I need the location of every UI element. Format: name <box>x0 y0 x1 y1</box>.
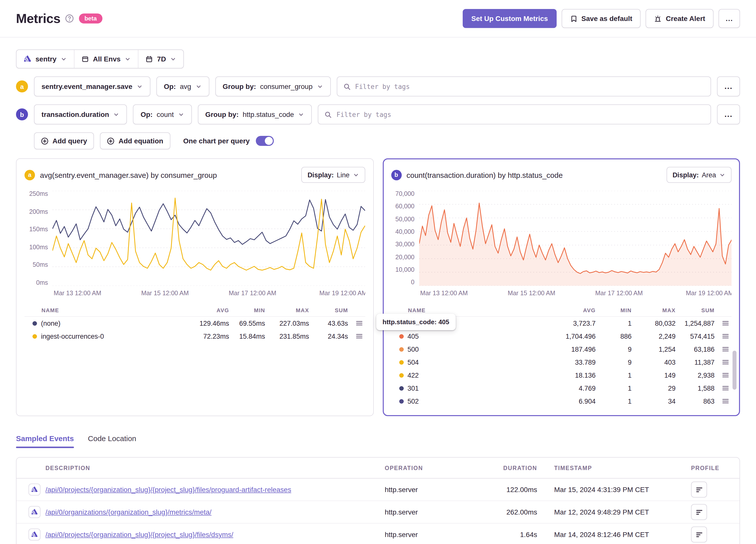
row-actions-icon[interactable] <box>722 345 730 353</box>
col-avg: AVG <box>182 307 229 313</box>
chevron-down-icon <box>317 83 323 90</box>
op-select[interactable]: Op: avg <box>156 76 209 96</box>
op-select[interactable]: Op: count <box>133 104 192 124</box>
area-chart-plot <box>419 191 732 286</box>
event-description-link[interactable]: /api/0/organizations/{organization_slug}… <box>45 508 385 516</box>
line-chart[interactable] <box>52 191 365 286</box>
plus-circle-icon <box>107 137 114 145</box>
avg-value: 3,723.7 <box>548 319 596 327</box>
tag-filter-field <box>318 104 711 124</box>
col-avg: AVG <box>548 307 596 313</box>
row-actions-icon[interactable] <box>355 332 363 340</box>
row-actions-icon[interactable] <box>722 384 730 392</box>
profile-button[interactable] <box>691 527 707 543</box>
y-axis-tick-label: 100ms <box>29 244 48 250</box>
metric-select[interactable]: sentry.event_manager.save <box>34 76 150 96</box>
series-name: 405 <box>407 332 419 340</box>
x-axis-tick-label: Mar 19 12:00 AM <box>319 290 365 297</box>
summary-row[interactable]: 502 6.904 1 34 863 <box>391 395 732 408</box>
project-selector-label: sentry <box>35 55 56 63</box>
event-timestamp: Mar 15, 2024 4:31:39 PM CET <box>537 486 687 494</box>
sum-value: 24.34s <box>309 332 348 340</box>
profile-button[interactable] <box>691 504 707 520</box>
group-by-select[interactable]: Group by: consumer_group <box>215 76 331 96</box>
display-type-select[interactable]: Display: Line <box>302 167 365 183</box>
summary-row[interactable]: 422 18.136 1 149 2,938 <box>391 369 732 382</box>
summary-row[interactable]: ingest-occurrences-0 72.23ms 15.84ms 231… <box>24 330 365 343</box>
project-selector[interactable]: sentry <box>16 50 74 68</box>
col-operation: OPERATION <box>385 465 472 471</box>
area-chart[interactable] <box>419 191 732 286</box>
display-value: Line <box>337 171 350 179</box>
col-duration: DURATION <box>472 465 537 471</box>
tab-code-location[interactable]: Code Location <box>88 434 136 448</box>
display-type-select[interactable]: Display: Area <box>667 167 732 183</box>
profile-icon <box>695 486 703 493</box>
group-by-select[interactable]: Group by: http.status_code <box>198 104 312 124</box>
summary-row[interactable]: 301 4.769 1 29 1,588 <box>391 382 732 395</box>
col-description: DESCRIPTION <box>45 465 385 471</box>
profile-button[interactable] <box>691 482 707 498</box>
bookmark-icon <box>570 15 577 22</box>
event-description-link[interactable]: /api/0/projects/{organization_slug}/{pro… <box>45 486 385 494</box>
create-alert-button[interactable]: Create Alert <box>646 9 714 28</box>
date-range-selector[interactable]: 7D <box>138 50 184 68</box>
row-actions-icon[interactable] <box>722 371 730 379</box>
chart-area: 250ms200ms150ms100ms50ms0ms <box>24 191 365 286</box>
avg-value: 129.46ms <box>182 319 229 327</box>
tag-filter-field <box>337 76 711 96</box>
x-axis: Mar 13 12:00 AMMar 15 12:00 AMMar 17 12:… <box>52 286 365 298</box>
series-name: 422 <box>407 371 419 379</box>
max-value: 2,249 <box>632 332 676 340</box>
sentry-logo-icon <box>23 55 31 63</box>
avg-value: 18.136 <box>548 371 596 379</box>
plus-circle-icon <box>41 137 48 145</box>
series-color-dot <box>399 399 403 403</box>
summary-row[interactable]: 405 1,704.496 886 2,249 574,415 <box>391 330 732 343</box>
header-more-button[interactable]: ... <box>719 9 740 28</box>
event-description-link[interactable]: /api/0/projects/{organization_slug}/{pro… <box>45 531 385 539</box>
row-actions-icon[interactable] <box>722 332 730 340</box>
page-header: Metrics beta Set Up Custom Metrics Save … <box>0 0 756 37</box>
display-value: Area <box>702 171 716 179</box>
row-actions-icon[interactable] <box>355 319 363 327</box>
tag-filter-input[interactable] <box>355 83 705 90</box>
one-chart-per-query-label: One chart per query <box>183 137 250 145</box>
tab-sampled-events[interactable]: Sampled Events <box>16 434 74 448</box>
chart-panel-b[interactable]: b count(transaction.duration) by http.st… <box>382 158 740 416</box>
table-scrollbar[interactable] <box>733 351 737 390</box>
save-as-default-button[interactable]: Save as default <box>561 9 641 28</box>
query-more-button[interactable]: ... <box>717 104 740 124</box>
add-query-button[interactable]: Add query <box>34 132 94 149</box>
help-icon[interactable] <box>65 14 74 23</box>
series-name: ingest-occurrences-0 <box>41 332 104 340</box>
chart-panel-a[interactable]: a avg(sentry.event_manager.save) by cons… <box>16 158 374 416</box>
event-operation: http.server <box>385 531 472 539</box>
summary-row[interactable]: 504 33.789 9 403 11,387 <box>391 356 732 369</box>
toggle-knob <box>265 137 273 145</box>
summary-row[interactable]: (none) 129.46ms 69.55ms 227.03ms 43.63s <box>24 317 365 330</box>
row-actions-icon[interactable] <box>722 319 730 327</box>
add-equation-label: Add equation <box>118 137 163 145</box>
setup-custom-metrics-button[interactable]: Set Up Custom Metrics <box>463 9 557 28</box>
chevron-down-icon <box>125 56 131 62</box>
tag-filter-input[interactable] <box>337 111 705 118</box>
chart-title: avg(sentry.event_manager.save) by consum… <box>40 171 217 179</box>
metric-select[interactable]: transaction.duration <box>34 104 127 124</box>
min-value: 1 <box>596 319 632 327</box>
environment-selector[interactable]: All Envs <box>74 50 138 68</box>
max-value: 149 <box>632 371 676 379</box>
row-actions-icon[interactable] <box>722 358 730 366</box>
chevron-down-icon <box>353 172 359 178</box>
min-value: 15.84ms <box>229 332 265 340</box>
panel-header: b count(transaction.duration) by http.st… <box>391 167 732 183</box>
sum-value: 1,588 <box>676 384 715 392</box>
col-profile: PROFILE <box>687 465 740 471</box>
query-more-button[interactable]: ... <box>717 76 740 96</box>
chart-panels: a avg(sentry.event_manager.save) by cons… <box>16 158 740 416</box>
summary-row[interactable]: 500 187.496 9 1,254 63,186 <box>391 343 732 356</box>
row-actions-icon[interactable] <box>722 397 730 405</box>
event-duration: 122.00ms <box>472 486 537 494</box>
one-chart-per-query-toggle[interactable] <box>256 136 274 146</box>
add-equation-button[interactable]: Add equation <box>100 132 170 149</box>
